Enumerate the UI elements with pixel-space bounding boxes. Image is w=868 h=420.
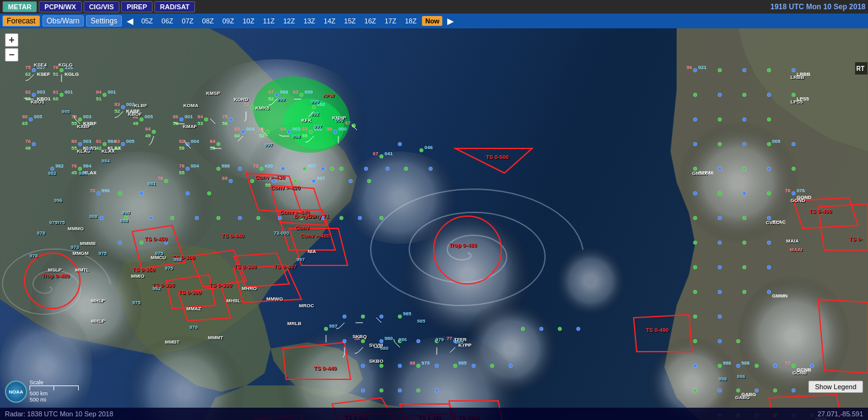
time-16z[interactable]: 16Z <box>361 16 379 26</box>
time-17z[interactable]: 17Z <box>381 16 399 26</box>
time-12z[interactable]: 12Z <box>280 16 298 26</box>
status-bar: Radar: 1838 UTC Mon 10 Sep 2018 27.071,-… <box>0 408 868 420</box>
next-time-button[interactable]: ▶ <box>445 16 456 26</box>
time-09z[interactable]: 09Z <box>220 16 237 26</box>
show-legend-button[interactable]: Show Legend <box>808 381 863 393</box>
tab-radsat[interactable]: RAD/SAT <box>154 1 195 12</box>
time-10z[interactable]: 10Z <box>239 16 257 26</box>
time-06z[interactable]: 06Z <box>159 16 177 26</box>
time-11z[interactable]: 11Z <box>260 16 277 26</box>
tab-metar[interactable]: METAR <box>2 1 37 12</box>
tab-cigvis[interactable]: CIG/VIS <box>84 1 119 12</box>
scale-line-graphic <box>30 386 79 390</box>
scale-half <box>30 386 54 390</box>
scale-mi-label: 500 mi <box>30 397 79 403</box>
radar-time-label: Radar: 1838 UTC Mon 10 Sep 2018 <box>5 410 113 418</box>
second-toolbar: Forecast Obs/Warn Settings ◀ 05Z 06Z 07Z… <box>0 14 868 28</box>
zoom-out-button[interactable]: − <box>5 48 18 62</box>
noaa-logo: NOAA <box>5 381 27 403</box>
settings-button[interactable]: Settings <box>86 15 121 26</box>
time-05z[interactable]: 05Z <box>138 16 156 26</box>
top-toolbar: METAR PCPN/WX CIG/VIS PIREP RAD/SAT 1918… <box>0 0 868 14</box>
timestamp: 1918 UTC Mon 10 Sep 2018 <box>770 2 866 11</box>
tab-pcpnwx[interactable]: PCPN/WX <box>39 1 81 12</box>
obswarn-button[interactable]: Obs/Warn <box>42 15 84 26</box>
scale-title: Scale <box>30 379 79 386</box>
time-14z[interactable]: 14Z <box>321 16 338 26</box>
map-canvas <box>0 28 868 420</box>
map-area[interactable]: + − NOAA Scale 500 km 500 mi Show Legend… <box>0 28 868 420</box>
noaa-emblem: NOAA <box>5 381 27 403</box>
scale-km-label: 500 km <box>30 390 79 397</box>
tab-pirep[interactable]: PIREP <box>121 1 153 12</box>
time-07z[interactable]: 07Z <box>179 16 197 26</box>
time-15z[interactable]: 15Z <box>341 16 359 26</box>
zoom-in-button[interactable]: + <box>5 33 18 47</box>
prev-time-button[interactable]: ◀ <box>124 16 136 26</box>
forecast-button[interactable]: Forecast <box>2 15 40 26</box>
scale-bar: Scale 500 km 500 mi <box>30 379 79 403</box>
time-now[interactable]: Now <box>422 16 442 26</box>
time-13z[interactable]: 13Z <box>300 16 318 26</box>
zoom-controls: + − <box>5 33 18 62</box>
time-08z[interactable]: 08Z <box>199 16 217 26</box>
coordinates-label: 27.071,-85.591 <box>818 410 863 418</box>
time-18z[interactable]: 18Z <box>402 16 420 26</box>
